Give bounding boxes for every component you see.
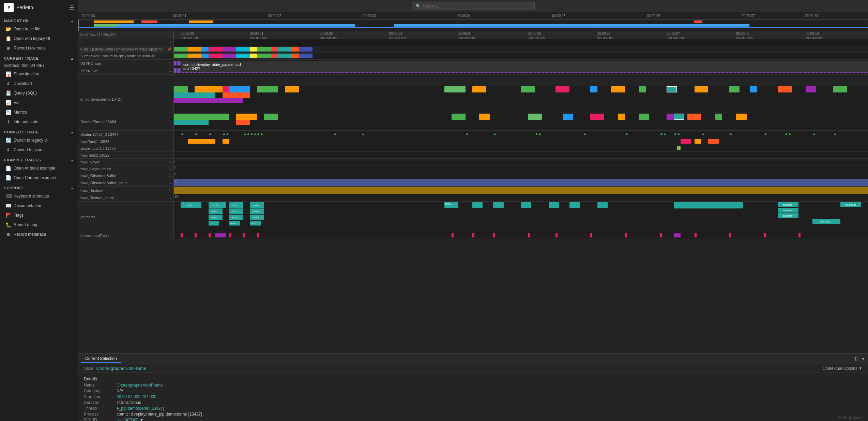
- animator-selected-block[interactable]: [674, 202, 743, 208]
- detail-value-category: N/A: [117, 389, 123, 393]
- deliver-input-label: deliverInputEvent: [80, 234, 109, 238]
- bottom-panel: Current Selection ⇅ ▼ Slice Choreographe…: [78, 353, 868, 421]
- overview-timeline[interactable]: 00:00:00 00:00:01 00:00:02 00:00:03 00:0…: [78, 12, 868, 31]
- detail-row-sql-id: SQL ID slice[43749] ▼: [84, 418, 863, 421]
- sidebar-item-keyboard-label: Keyboard shortcuts: [14, 194, 49, 199]
- track-row-vsync-app: VSYNC-app ∿: [78, 60, 868, 67]
- sidebar-item-documentation[interactable]: 📖 Documentation: [0, 201, 78, 210]
- section-example-traces[interactable]: Example Traces ▲: [0, 155, 78, 163]
- vsync-app-label: VSYNC-app: [80, 61, 101, 66]
- sidebar-item-open-android[interactable]: 📄 Open Android example: [0, 163, 78, 173]
- section-support-label: Support: [4, 186, 24, 190]
- single-pool-label: single-pool-1-t 13578: [80, 146, 116, 150]
- collapse-icon[interactable]: ✕: [80, 41, 83, 44]
- timeline-area[interactable]: 00:00:00 00:00:01 00:00:02 00:00:03 00:0…: [78, 12, 868, 421]
- sidebar-item-open-chrome[interactable]: 📄 Open Chrome example: [0, 173, 78, 183]
- section-convert-trace-label: Convert trace: [4, 130, 39, 134]
- hwui-offscreen-value: 0: [174, 173, 177, 177]
- track-row-vsync-sf: VSYNC-sf ∿: [78, 67, 868, 75]
- sidebar-item-open-legacy-ui[interactable]: 📋 Open with legacy UI: [0, 34, 78, 43]
- sidebar-item-keyboard-shortcuts[interactable]: ⌨ Keyboard shortcuts: [0, 191, 78, 201]
- hwui-offscreen-count-pin[interactable]: ∿: [168, 180, 171, 185]
- render-selected[interactable]: [674, 114, 684, 120]
- hwui-offscreen-label: hwui_OffscreenBuffer: [80, 174, 116, 178]
- sidebar-item-info-stats[interactable]: ℹ Info and stats: [0, 117, 78, 127]
- search-input[interactable]: [423, 3, 531, 9]
- hwui-layer-pin[interactable]: ∿: [168, 160, 171, 164]
- timeline-icon: 📊: [5, 71, 11, 77]
- hwui-offscreen-pin[interactable]: ∿: [168, 173, 171, 178]
- sidebar: P Perfetto ☰ Navigation ▲ 📂 Open trace f…: [0, 0, 78, 421]
- hwui-layer-count-value: 0: [174, 166, 177, 170]
- bug-icon: 🐛: [5, 222, 11, 228]
- sidebar-item-record-label: Record new trace: [14, 46, 46, 50]
- sidebar-item-switch-legacy-label: Switch to legacy UI: [14, 138, 48, 143]
- slice-name: Choreographer#doFrame: [96, 366, 146, 371]
- sidebar-item-query-sql[interactable]: 💾 Query (SQL): [0, 88, 78, 98]
- detail-key-sql-id: SQL ID: [84, 418, 111, 421]
- track-row-hwui-texture-count: hwui_Texture_count ∿ 15: [78, 194, 868, 202]
- tab-current-selection[interactable]: Current Selection: [81, 355, 121, 363]
- search-container[interactable]: 🔍: [412, 2, 535, 10]
- track-process-label: e_pic.pip.demo:demo com.tcl.tliveplay.ro…: [80, 47, 166, 51]
- sidebar-item-open-chrome-label: Open Chrome example: [14, 175, 56, 180]
- track-row-hwui-offscreen: hwui_OffscreenBuffer ∿ 0: [78, 172, 868, 179]
- section-navigation[interactable]: Navigation ▲: [0, 15, 78, 24]
- details-section: Details Name Choreographer#doFrame Categ…: [84, 377, 863, 421]
- sidebar-item-query-sql-label: Query (SQL): [14, 91, 37, 96]
- track-area[interactable]: ✕ ≡ e_pic.pip.demo:demo com.tcl.tlivepla…: [78, 39, 868, 353]
- topbar: 🔍: [78, 0, 868, 12]
- detail-key-name: Name: [84, 383, 111, 388]
- sidebar-item-viz[interactable]: 📈 Viz: [0, 98, 78, 107]
- sidebar-item-record-metatrace[interactable]: ⏺ Record metatrace: [0, 230, 78, 239]
- sidebar-item-switch-legacy-ui[interactable]: 🔄 Switch to legacy UI: [0, 135, 78, 145]
- sidebar-item-metrics[interactable]: 📉 Metrics: [0, 107, 78, 117]
- selected-slice[interactable]: [667, 86, 677, 92]
- flags-icon: 🚩: [5, 213, 11, 218]
- current-trace-filename: systrace.html (34 MB): [0, 62, 78, 69]
- slice-header: Slice Choreographer#doFrame Contextual O…: [78, 364, 868, 373]
- sidebar-item-convert-json[interactable]: ⬇ Convert to .json: [0, 145, 78, 155]
- vsync-sf-pin[interactable]: ∿: [168, 69, 171, 73]
- bottom-expand-icon[interactable]: ▼: [861, 357, 865, 361]
- track-row-hwui-texture: hwui_Texture ∿ 25 M: [78, 187, 868, 194]
- sidebar-item-show-timeline[interactable]: 📊 Show timeline: [0, 69, 78, 79]
- legacy-ui-icon: 📋: [5, 36, 11, 41]
- section-current-trace[interactable]: Current Trace ▲: [0, 53, 78, 62]
- track-row-single-pool: single-pool-1-t 13578: [78, 145, 868, 152]
- bottom-content: Details Name Choreographer#doFrame Categ…: [78, 373, 868, 421]
- detail-key-process: Process: [84, 412, 111, 417]
- section-convert-trace[interactable]: Convert trace ▲: [0, 127, 78, 135]
- vsync-app-pin[interactable]: ∿: [168, 61, 171, 66]
- track-pin-icon[interactable]: 📌: [167, 47, 171, 51]
- sidebar-item-viz-label: Viz: [14, 100, 19, 105]
- hwui-task1-label: hwuiTask1 13535: [80, 140, 109, 144]
- sidebar-header: P Perfetto ☰: [0, 0, 78, 15]
- sidebar-item-flags[interactable]: 🚩 Flags: [0, 210, 78, 220]
- sidebar-item-open-trace-file-label: Open trace file: [14, 27, 40, 31]
- track-row-e-pip-demo[interactable]: e_pip.demo:demo 13427: [78, 86, 868, 113]
- sidebar-item-report-bug[interactable]: 🐛 Report a bug: [0, 220, 78, 230]
- hwui-texture-count-pin[interactable]: ∿: [168, 195, 171, 200]
- bottom-filter-icon[interactable]: ⇅: [854, 356, 858, 362]
- search-icon: 🔍: [416, 4, 421, 9]
- sidebar-item-record-new-trace[interactable]: ⏺ Record new trace: [0, 43, 78, 53]
- track-row-animator[interactable]: animator anim... anim... anim... anim...…: [78, 202, 868, 232]
- detail-row-start-time: Start time 00:00:07.005 207 000: [84, 394, 863, 399]
- hamburger-icon[interactable]: ☰: [69, 4, 74, 11]
- sidebar-item-download[interactable]: ⬇ Download: [0, 79, 78, 88]
- section-support[interactable]: Support ▲: [0, 183, 78, 191]
- contextual-options-button[interactable]: Contextual Options ▼: [823, 366, 863, 371]
- info-icon: ℹ: [5, 119, 11, 125]
- detail-value-duration: 113ms 126us: [117, 400, 141, 405]
- hwui-texture-pin[interactable]: ∿: [168, 188, 171, 192]
- list-icon[interactable]: ≡: [169, 41, 171, 44]
- sidebar-item-show-timeline-label: Show timeline: [14, 72, 39, 76]
- hwui-texture-count-label: hwui_Texture_count: [80, 196, 114, 200]
- main-content: 🔍 00:00:00 00:00:01 00:00:02 00:00:03 00…: [78, 0, 868, 421]
- sidebar-item-info-stats-label: Info and stats: [14, 119, 38, 124]
- hwui-texture-label: hwui_Texture: [80, 188, 103, 192]
- hwui-layer-count-pin[interactable]: ∿: [168, 166, 171, 171]
- binder-label: Binder:13427_3 13447: [80, 132, 118, 136]
- sidebar-item-open-trace-file[interactable]: 📂 Open trace file: [0, 24, 78, 34]
